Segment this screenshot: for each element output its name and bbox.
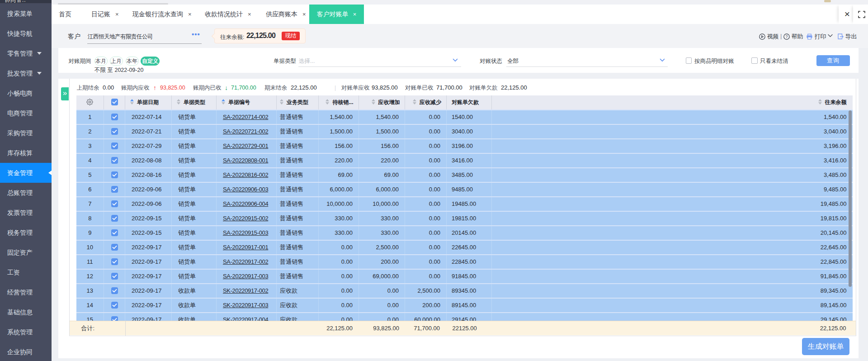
svg-text:?: ? [785,34,788,39]
